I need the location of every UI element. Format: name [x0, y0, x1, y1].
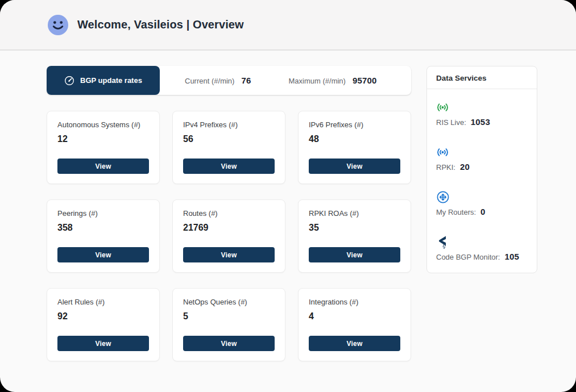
router-icon	[436, 190, 450, 204]
header: Welcome, Vasileios | Overview	[0, 0, 576, 51]
card-value: 4	[309, 311, 400, 322]
card-value: 21769	[183, 223, 275, 233]
gauge-icon	[64, 76, 74, 86]
current-rate-label: Current (#/min)	[185, 77, 234, 85]
maximum-rate-value: 95700	[353, 76, 377, 85]
data-service-label: Code BGP Monitor:	[436, 253, 500, 261]
app-window: Welcome, Vasileios | Overview BGP update…	[0, 0, 576, 392]
card-title: Integrations (#)	[309, 298, 400, 306]
stat-card-ipv4-prefixes: IPv4 Prefixes (#) 56 View	[172, 111, 285, 184]
view-button[interactable]: View	[309, 336, 400, 351]
card-title: Peerings (#)	[57, 209, 149, 218]
view-button[interactable]: View	[183, 336, 275, 351]
data-service-value: 1053	[471, 117, 490, 127]
view-button[interactable]: View	[309, 247, 400, 262]
view-button[interactable]: View	[57, 336, 149, 351]
data-services-panel: Data Services RIS Live: 105	[426, 66, 537, 273]
broadcast-icon	[436, 145, 449, 159]
card-value: 92	[57, 311, 149, 322]
page-title: Welcome, Vasileios | Overview	[77, 18, 244, 31]
card-value: 35	[309, 223, 400, 233]
data-services-items: RIS Live: 1053	[427, 89, 537, 261]
rates-metrics: Current (#/min) 76 Maximum (#/min) 95700	[160, 76, 411, 85]
card-value: 12	[57, 134, 149, 144]
view-button[interactable]: View	[183, 159, 275, 174]
card-title: Routes (#)	[183, 209, 275, 218]
card-title: IPv6 Prefixes (#)	[309, 120, 400, 129]
content: BGP update rates Current (#/min) 76 Maxi…	[0, 51, 576, 361]
main-column: BGP update rates Current (#/min) 76 Maxi…	[47, 66, 411, 361]
data-service-label: RPKI:	[436, 163, 455, 172]
maximum-rate-label: Maximum (#/min)	[289, 77, 346, 85]
card-value: 48	[309, 134, 400, 144]
card-value: 358	[57, 223, 149, 233]
smiley-icon	[48, 15, 68, 35]
view-button[interactable]: View	[57, 159, 149, 174]
data-service-value: 20	[460, 162, 470, 172]
data-service-ris-live: RIS Live: 1053	[436, 101, 528, 127]
bgp-update-rates-bar: BGP update rates Current (#/min) 76 Maxi…	[47, 66, 411, 95]
stat-cards-grid: Autonomous Systems (#) 12 View IPv4 Pref…	[47, 111, 411, 361]
card-value: 56	[183, 134, 275, 144]
data-service-label: RIS Live:	[436, 118, 466, 127]
view-button[interactable]: View	[57, 247, 149, 262]
stat-card-integrations: Integrations (#) 4 View	[298, 288, 411, 361]
bgp-update-rates-label: BGP update rates	[80, 76, 142, 85]
current-rate-value: 76	[241, 76, 251, 85]
data-service-value: 0	[480, 207, 486, 216]
stat-card-ipv6-prefixes: IPv6 Prefixes (#) 48 View	[298, 111, 411, 184]
codebgp-logo-icon	[436, 235, 450, 249]
data-service-label: My Routers:	[436, 208, 476, 216]
stat-card-rpki-roas: RPKI ROAs (#) 35 View	[298, 199, 411, 273]
data-service-my-routers: My Routers: 0	[436, 190, 528, 216]
card-title: NetOps Queries (#)	[183, 298, 275, 306]
stat-card-alert-rules: Alert Rules (#) 92 View	[47, 288, 160, 361]
stat-card-peerings: Peerings (#) 358 View	[47, 199, 160, 273]
card-title: RPKI ROAs (#)	[309, 209, 400, 218]
card-title: IPv4 Prefixes (#)	[183, 120, 275, 129]
broadcast-icon	[436, 101, 449, 114]
data-service-rpki: RPKI: 20	[436, 145, 528, 172]
current-rate-metric: Current (#/min) 76	[185, 76, 251, 85]
data-services-title: Data Services	[427, 66, 537, 89]
card-value: 5	[183, 311, 275, 322]
card-title: Alert Rules (#)	[57, 298, 149, 306]
view-button[interactable]: View	[183, 247, 275, 262]
data-service-value: 105	[504, 252, 519, 261]
stat-card-netops-queries: NetOps Queries (#) 5 View	[172, 288, 285, 361]
maximum-rate-metric: Maximum (#/min) 95700	[289, 76, 377, 85]
bgp-update-rates-tab[interactable]: BGP update rates	[47, 66, 160, 95]
stat-card-autonomous-systems: Autonomous Systems (#) 12 View	[47, 111, 160, 184]
stat-card-routes: Routes (#) 21769 View	[172, 199, 285, 273]
data-service-code-bgp-monitor: Code BGP Monitor: 105	[436, 235, 528, 261]
card-title: Autonomous Systems (#)	[57, 120, 149, 129]
view-button[interactable]: View	[309, 159, 400, 174]
